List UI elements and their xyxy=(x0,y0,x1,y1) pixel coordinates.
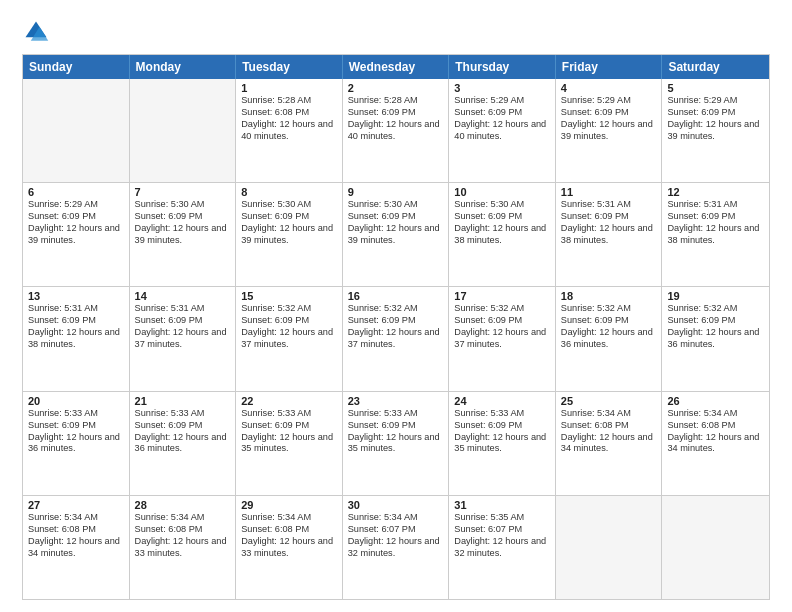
daylight-text: Daylight: 12 hours and 40 minutes. xyxy=(348,119,444,143)
day-header-wednesday: Wednesday xyxy=(343,55,450,79)
calendar-row-3: 13Sunrise: 5:31 AMSunset: 6:09 PMDayligh… xyxy=(23,286,769,390)
day-number: 1 xyxy=(241,82,337,94)
sunrise-text: Sunrise: 5:30 AM xyxy=(135,199,231,211)
cal-cell-day-8: 8Sunrise: 5:30 AMSunset: 6:09 PMDaylight… xyxy=(236,183,343,286)
day-header-thursday: Thursday xyxy=(449,55,556,79)
sunrise-text: Sunrise: 5:31 AM xyxy=(561,199,657,211)
day-number: 8 xyxy=(241,186,337,198)
day-number: 15 xyxy=(241,290,337,302)
sunset-text: Sunset: 6:09 PM xyxy=(454,107,550,119)
day-number: 24 xyxy=(454,395,550,407)
day-number: 2 xyxy=(348,82,444,94)
day-number: 26 xyxy=(667,395,764,407)
sunset-text: Sunset: 6:09 PM xyxy=(348,211,444,223)
sunrise-text: Sunrise: 5:31 AM xyxy=(667,199,764,211)
cal-cell-day-15: 15Sunrise: 5:32 AMSunset: 6:09 PMDayligh… xyxy=(236,287,343,390)
day-number: 13 xyxy=(28,290,124,302)
sunrise-text: Sunrise: 5:32 AM xyxy=(454,303,550,315)
day-number: 11 xyxy=(561,186,657,198)
daylight-text: Daylight: 12 hours and 32 minutes. xyxy=(348,536,444,560)
sunset-text: Sunset: 6:09 PM xyxy=(561,107,657,119)
page: SundayMondayTuesdayWednesdayThursdayFrid… xyxy=(0,0,792,612)
day-number: 17 xyxy=(454,290,550,302)
day-number: 7 xyxy=(135,186,231,198)
sunset-text: Sunset: 6:07 PM xyxy=(348,524,444,536)
cal-cell-day-3: 3Sunrise: 5:29 AMSunset: 6:09 PMDaylight… xyxy=(449,79,556,182)
day-number: 27 xyxy=(28,499,124,511)
cal-cell-empty xyxy=(23,79,130,182)
sunset-text: Sunset: 6:08 PM xyxy=(28,524,124,536)
daylight-text: Daylight: 12 hours and 34 minutes. xyxy=(561,432,657,456)
daylight-text: Daylight: 12 hours and 37 minutes. xyxy=(241,327,337,351)
cal-cell-empty xyxy=(556,496,663,599)
cal-cell-day-21: 21Sunrise: 5:33 AMSunset: 6:09 PMDayligh… xyxy=(130,392,237,495)
sunset-text: Sunset: 6:09 PM xyxy=(454,315,550,327)
sunset-text: Sunset: 6:08 PM xyxy=(135,524,231,536)
daylight-text: Daylight: 12 hours and 37 minutes. xyxy=(135,327,231,351)
sunset-text: Sunset: 6:09 PM xyxy=(667,315,764,327)
day-number: 31 xyxy=(454,499,550,511)
sunrise-text: Sunrise: 5:28 AM xyxy=(348,95,444,107)
sunrise-text: Sunrise: 5:31 AM xyxy=(28,303,124,315)
calendar-row-2: 6Sunrise: 5:29 AMSunset: 6:09 PMDaylight… xyxy=(23,182,769,286)
daylight-text: Daylight: 12 hours and 39 minutes. xyxy=(241,223,337,247)
day-header-monday: Monday xyxy=(130,55,237,79)
day-number: 23 xyxy=(348,395,444,407)
cal-cell-day-30: 30Sunrise: 5:34 AMSunset: 6:07 PMDayligh… xyxy=(343,496,450,599)
sunset-text: Sunset: 6:08 PM xyxy=(561,420,657,432)
sunrise-text: Sunrise: 5:31 AM xyxy=(135,303,231,315)
day-number: 14 xyxy=(135,290,231,302)
sunset-text: Sunset: 6:08 PM xyxy=(667,420,764,432)
daylight-text: Daylight: 12 hours and 38 minutes. xyxy=(667,223,764,247)
sunrise-text: Sunrise: 5:33 AM xyxy=(348,408,444,420)
daylight-text: Daylight: 12 hours and 35 minutes. xyxy=(241,432,337,456)
daylight-text: Daylight: 12 hours and 38 minutes. xyxy=(454,223,550,247)
day-header-tuesday: Tuesday xyxy=(236,55,343,79)
daylight-text: Daylight: 12 hours and 33 minutes. xyxy=(135,536,231,560)
cal-cell-day-31: 31Sunrise: 5:35 AMSunset: 6:07 PMDayligh… xyxy=(449,496,556,599)
cal-cell-day-9: 9Sunrise: 5:30 AMSunset: 6:09 PMDaylight… xyxy=(343,183,450,286)
daylight-text: Daylight: 12 hours and 40 minutes. xyxy=(454,119,550,143)
sunrise-text: Sunrise: 5:32 AM xyxy=(241,303,337,315)
cal-cell-day-18: 18Sunrise: 5:32 AMSunset: 6:09 PMDayligh… xyxy=(556,287,663,390)
day-header-sunday: Sunday xyxy=(23,55,130,79)
sunrise-text: Sunrise: 5:34 AM xyxy=(28,512,124,524)
daylight-text: Daylight: 12 hours and 37 minutes. xyxy=(348,327,444,351)
cal-cell-day-25: 25Sunrise: 5:34 AMSunset: 6:08 PMDayligh… xyxy=(556,392,663,495)
cal-cell-day-7: 7Sunrise: 5:30 AMSunset: 6:09 PMDaylight… xyxy=(130,183,237,286)
sunset-text: Sunset: 6:09 PM xyxy=(667,107,764,119)
daylight-text: Daylight: 12 hours and 32 minutes. xyxy=(454,536,550,560)
sunrise-text: Sunrise: 5:32 AM xyxy=(348,303,444,315)
day-number: 20 xyxy=(28,395,124,407)
cal-cell-day-27: 27Sunrise: 5:34 AMSunset: 6:08 PMDayligh… xyxy=(23,496,130,599)
calendar-header: SundayMondayTuesdayWednesdayThursdayFrid… xyxy=(23,55,769,79)
sunset-text: Sunset: 6:09 PM xyxy=(348,420,444,432)
day-number: 25 xyxy=(561,395,657,407)
cal-cell-day-23: 23Sunrise: 5:33 AMSunset: 6:09 PMDayligh… xyxy=(343,392,450,495)
sunset-text: Sunset: 6:09 PM xyxy=(348,315,444,327)
cal-cell-day-4: 4Sunrise: 5:29 AMSunset: 6:09 PMDaylight… xyxy=(556,79,663,182)
sunset-text: Sunset: 6:09 PM xyxy=(135,315,231,327)
sunrise-text: Sunrise: 5:35 AM xyxy=(454,512,550,524)
cal-cell-day-14: 14Sunrise: 5:31 AMSunset: 6:09 PMDayligh… xyxy=(130,287,237,390)
daylight-text: Daylight: 12 hours and 39 minutes. xyxy=(28,223,124,247)
cal-cell-day-24: 24Sunrise: 5:33 AMSunset: 6:09 PMDayligh… xyxy=(449,392,556,495)
cal-cell-day-1: 1Sunrise: 5:28 AMSunset: 6:08 PMDaylight… xyxy=(236,79,343,182)
daylight-text: Daylight: 12 hours and 36 minutes. xyxy=(561,327,657,351)
sunset-text: Sunset: 6:09 PM xyxy=(28,420,124,432)
daylight-text: Daylight: 12 hours and 38 minutes. xyxy=(561,223,657,247)
header xyxy=(22,18,770,46)
day-number: 22 xyxy=(241,395,337,407)
sunset-text: Sunset: 6:09 PM xyxy=(135,211,231,223)
cal-cell-day-11: 11Sunrise: 5:31 AMSunset: 6:09 PMDayligh… xyxy=(556,183,663,286)
day-number: 30 xyxy=(348,499,444,511)
daylight-text: Daylight: 12 hours and 37 minutes. xyxy=(454,327,550,351)
daylight-text: Daylight: 12 hours and 39 minutes. xyxy=(135,223,231,247)
day-number: 3 xyxy=(454,82,550,94)
cal-cell-day-26: 26Sunrise: 5:34 AMSunset: 6:08 PMDayligh… xyxy=(662,392,769,495)
cal-cell-day-20: 20Sunrise: 5:33 AMSunset: 6:09 PMDayligh… xyxy=(23,392,130,495)
sunrise-text: Sunrise: 5:34 AM xyxy=(241,512,337,524)
day-header-friday: Friday xyxy=(556,55,663,79)
sunset-text: Sunset: 6:09 PM xyxy=(561,315,657,327)
daylight-text: Daylight: 12 hours and 34 minutes. xyxy=(667,432,764,456)
